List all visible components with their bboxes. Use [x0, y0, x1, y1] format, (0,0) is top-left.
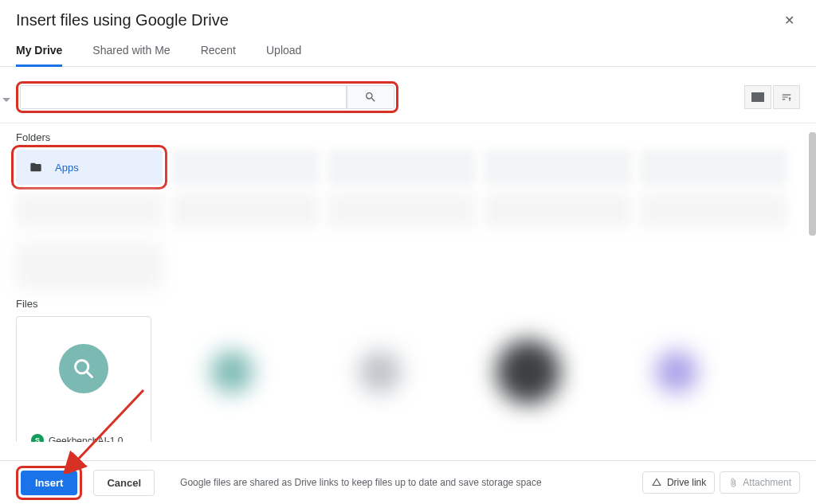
insert-highlight-box: Insert	[16, 466, 82, 500]
view-controls	[744, 85, 800, 109]
folder-blurred	[641, 193, 787, 228]
search-icon	[364, 91, 377, 104]
file-blurred	[164, 316, 300, 442]
attachment-chip[interactable]: Attachment	[720, 471, 800, 494]
folder-row: Apps	[16, 150, 800, 185]
svg-line-2	[87, 372, 92, 377]
files-grid: S GeekbenchAI-1.0	[16, 316, 800, 442]
magnifier-icon	[73, 357, 95, 380]
insert-button[interactable]: Insert	[21, 471, 77, 495]
folder-blurred	[484, 193, 631, 228]
attachment-label: Attachment	[743, 477, 791, 488]
svg-rect-0	[751, 92, 764, 102]
search-input[interactable]	[20, 85, 347, 109]
file-blurred	[461, 316, 596, 442]
folder-blurred	[328, 150, 475, 185]
tab-shared-with-me[interactable]: Shared with Me	[92, 37, 170, 66]
file-card[interactable]: S GeekbenchAI-1.0	[16, 316, 151, 442]
file-blurred	[609, 316, 744, 442]
footer-right: Drive link Attachment	[642, 471, 800, 494]
folder-blurred	[328, 193, 475, 228]
cancel-button[interactable]: Cancel	[93, 470, 155, 496]
folder-name: Apps	[55, 162, 79, 174]
dialog-header: Insert files using Google Drive ✕	[0, 0, 816, 37]
folders-section-label: Folders	[16, 131, 800, 143]
search-row	[0, 67, 816, 123]
folder-icon	[28, 161, 44, 174]
list-view-icon[interactable]	[744, 85, 771, 109]
paperclip-icon	[728, 477, 738, 488]
folder-blurred	[172, 193, 319, 228]
drive-icon	[651, 477, 662, 488]
drive-link-label: Drive link	[667, 477, 706, 488]
tabs: My Drive Shared with Me Recent Upload	[0, 37, 816, 67]
folder-blurred	[16, 193, 163, 228]
search-button[interactable]	[347, 85, 394, 109]
close-icon[interactable]: ✕	[781, 13, 797, 28]
search-group-highlight	[16, 81, 398, 113]
folder-apps[interactable]: Apps	[16, 150, 163, 185]
tab-upload[interactable]: Upload	[266, 37, 301, 66]
file-thumb	[59, 344, 108, 393]
drive-link-chip[interactable]: Drive link	[642, 471, 715, 494]
files-section-label: Files	[16, 298, 800, 310]
tab-my-drive[interactable]: My Drive	[16, 37, 62, 66]
folder-blurred	[16, 242, 163, 290]
folder-blurred	[484, 150, 631, 185]
folder-row-2	[16, 193, 800, 234]
footer-note: Google files are shared as Drive links t…	[180, 477, 542, 488]
footer: Insert Cancel Google files are shared as…	[0, 460, 816, 504]
folder-blurred	[172, 150, 319, 185]
file-blurred	[312, 316, 448, 442]
caret-down-icon	[0, 88, 18, 112]
folder-blurred	[641, 150, 787, 185]
sort-az-icon[interactable]	[773, 85, 800, 109]
file-type-icon: S	[31, 434, 44, 442]
file-name: GeekbenchAI-1.0	[49, 436, 123, 442]
dialog-title: Insert files using Google Drive	[16, 11, 229, 29]
tab-recent[interactable]: Recent	[201, 37, 236, 66]
scrollbar[interactable]	[809, 132, 816, 236]
content-area[interactable]: Folders Apps Files S GeekbenchAI-1.0	[0, 123, 816, 442]
